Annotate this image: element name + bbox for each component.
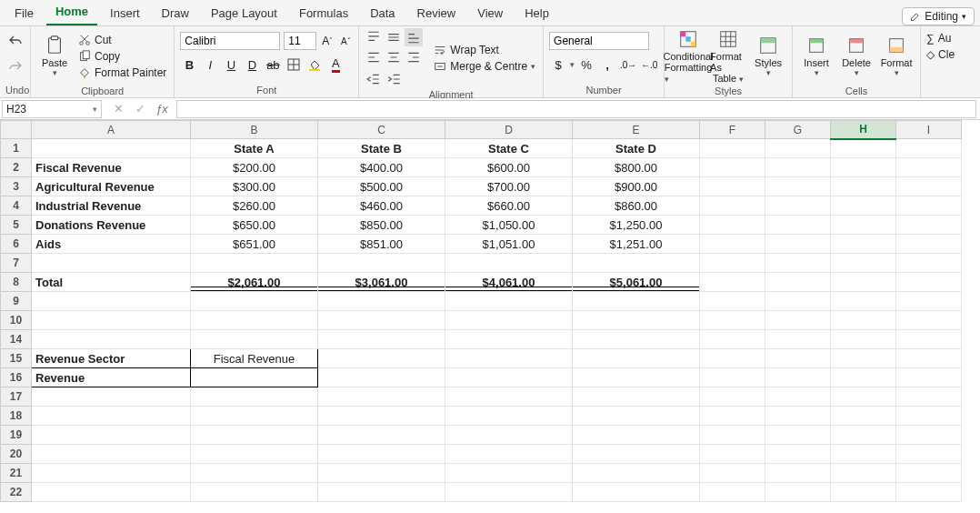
cell-D3[interactable]: $700.00: [445, 177, 573, 196]
cell-B5[interactable]: $650.00: [191, 216, 318, 235]
col-header-A[interactable]: A: [32, 121, 191, 139]
cell-C[interactable]: [318, 445, 445, 464]
row-header-1[interactable]: 1: [1, 139, 32, 158]
cell-F[interactable]: [700, 445, 765, 464]
cell-B4[interactable]: $260.00: [191, 196, 318, 216]
cell-A[interactable]: [32, 407, 191, 426]
fx-button[interactable]: ƒx: [153, 100, 171, 118]
cell-D[interactable]: [445, 311, 573, 330]
cell-G15[interactable]: [765, 349, 831, 368]
cell-B16[interactable]: [191, 368, 318, 387]
cell-C[interactable]: [318, 407, 445, 426]
cell-D[interactable]: [445, 445, 573, 464]
row-header-4[interactable]: 4: [1, 196, 32, 216]
name-box[interactable]: H23▾: [2, 100, 102, 118]
cell-D[interactable]: [445, 483, 573, 502]
cell-D15[interactable]: [445, 349, 573, 368]
cell-A[interactable]: [32, 330, 191, 349]
cell-H[interactable]: [831, 254, 896, 273]
cell-F[interactable]: [700, 387, 765, 407]
decrease-indent-button[interactable]: [365, 70, 383, 88]
col-header-G[interactable]: G: [765, 121, 831, 139]
cell-E6[interactable]: $1,251.00: [573, 235, 700, 254]
row-header-3[interactable]: 3: [1, 177, 32, 196]
clear-button[interactable]: ◇Cle: [926, 48, 955, 61]
cell-F5[interactable]: [700, 216, 765, 235]
cell-C[interactable]: [318, 311, 445, 330]
conditional-formatting-button[interactable]: Conditional Formatting ▾: [670, 28, 706, 85]
cell-B[interactable]: [191, 330, 318, 349]
cell-A2[interactable]: Fiscal Revenue: [32, 158, 191, 177]
cell-G3[interactable]: [765, 177, 831, 196]
font-name-select[interactable]: [180, 32, 280, 50]
cell-F[interactable]: [700, 311, 765, 330]
cell-F[interactable]: [700, 254, 765, 273]
cell-B[interactable]: [191, 483, 318, 502]
cell-C[interactable]: [318, 387, 445, 407]
copy-button[interactable]: Copy: [76, 49, 168, 64]
font-size-select[interactable]: [284, 32, 316, 50]
cell-G5[interactable]: [765, 216, 831, 235]
cell-B[interactable]: [191, 407, 318, 426]
align-center-button[interactable]: [385, 48, 403, 66]
redo-button[interactable]: [6, 57, 25, 75]
cell-E[interactable]: [573, 311, 700, 330]
row-header-22[interactable]: 22: [1, 483, 32, 502]
row-header-10[interactable]: 10: [1, 311, 32, 330]
cell-E3[interactable]: $900.00: [573, 177, 700, 196]
cell-C[interactable]: [318, 330, 445, 349]
cell-D2[interactable]: $600.00: [445, 158, 573, 177]
cell-E[interactable]: [573, 407, 700, 426]
cell-C[interactable]: [318, 464, 445, 483]
align-left-button[interactable]: [365, 48, 383, 66]
cell-E[interactable]: [573, 483, 700, 502]
cell-D6[interactable]: $1,051.00: [445, 235, 573, 254]
cell-F6[interactable]: [700, 235, 765, 254]
cell-C5[interactable]: $850.00: [318, 216, 445, 235]
cell-I[interactable]: [896, 311, 962, 330]
cell-G2[interactable]: [765, 158, 831, 177]
cancel-formula-button[interactable]: ✕: [109, 100, 127, 118]
menu-data[interactable]: Data: [361, 3, 404, 25]
cell-F4[interactable]: [700, 196, 765, 216]
menu-formulas[interactable]: Formulas: [290, 3, 357, 25]
paste-button[interactable]: Paste ▾: [36, 28, 73, 85]
cell-A[interactable]: [32, 464, 191, 483]
decrease-font-button[interactable]: A˅: [338, 34, 353, 48]
cell-D8[interactable]: $4,061.00: [445, 273, 573, 292]
cell-A[interactable]: [32, 483, 191, 502]
cell-I[interactable]: [896, 254, 962, 273]
format-cells-button[interactable]: Format▾: [878, 28, 915, 85]
delete-cells-button[interactable]: Delete▾: [838, 28, 875, 85]
cell-E1[interactable]: State D: [573, 139, 700, 158]
cell-F[interactable]: [700, 483, 765, 502]
insert-cells-button[interactable]: Insert▾: [798, 28, 835, 85]
cell-E[interactable]: [573, 445, 700, 464]
cell-A[interactable]: [32, 292, 191, 311]
cell-D[interactable]: [445, 330, 573, 349]
accept-formula-button[interactable]: ✓: [131, 100, 149, 118]
underline-button[interactable]: U: [222, 55, 240, 74]
cell-A16[interactable]: Revenue: [32, 368, 191, 387]
col-header-H[interactable]: H: [831, 121, 896, 139]
cell-D[interactable]: [445, 254, 573, 273]
increase-decimal-button[interactable]: .0→: [619, 55, 637, 74]
mode-selector[interactable]: Editing ▾: [902, 7, 975, 25]
cell-E16[interactable]: [573, 368, 700, 387]
cell-G[interactable]: [765, 426, 831, 445]
cell-A8[interactable]: Total: [32, 273, 191, 292]
cell-H2[interactable]: [831, 158, 896, 177]
cell-I[interactable]: [896, 445, 962, 464]
cell-B[interactable]: [191, 254, 318, 273]
cell-G[interactable]: [765, 407, 831, 426]
menu-draw[interactable]: Draw: [153, 3, 198, 25]
cell-G[interactable]: [765, 292, 831, 311]
cut-button[interactable]: Cut: [76, 33, 168, 47]
cell-E2[interactable]: $800.00: [573, 158, 700, 177]
cell-G[interactable]: [765, 464, 831, 483]
cell-C8[interactable]: $3,061.00: [318, 273, 445, 292]
cell-I[interactable]: [896, 387, 962, 407]
menu-view[interactable]: View: [468, 3, 512, 25]
row-header-14[interactable]: 14: [1, 330, 32, 349]
cell-B1[interactable]: State A: [191, 139, 318, 158]
